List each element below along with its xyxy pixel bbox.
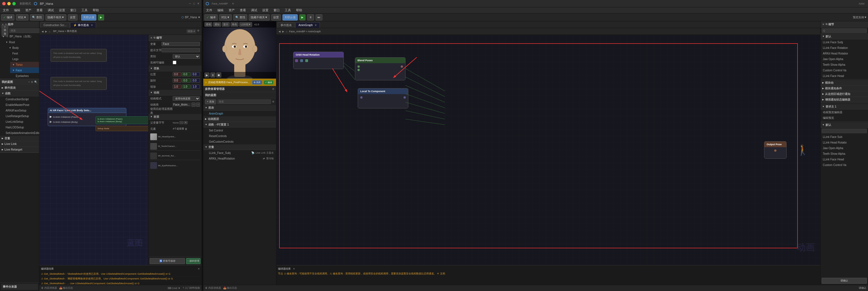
menu-view-right[interactable]: 查看 [239, 7, 247, 13]
set-control-item[interactable]: Set Control [207, 127, 276, 133]
func-construction-item[interactable]: ConstructionScript [3, 96, 39, 102]
ag-nav-forward[interactable]: ▶ [282, 30, 284, 33]
editable-checkbox[interactable] [173, 61, 176, 64]
anim-graph-canvas[interactable]: Orbit Head Rotation [276, 35, 820, 265]
vp-play-btn[interactable]: ▶ [205, 72, 210, 78]
find-btn-left[interactable]: 🔍 查找 [30, 14, 44, 21]
func-live-link-item[interactable]: LiveLinkSetup [3, 119, 39, 124]
compile-btn-right[interactable]: ✓ 编译 [205, 14, 218, 21]
scale-x-input[interactable] [173, 85, 181, 89]
rs-d2-llink-face-head[interactable]: LLink Face Head [820, 156, 868, 162]
rs-search-input[interactable] [822, 28, 867, 33]
menu-help-left[interactable]: 帮助 [92, 7, 100, 13]
menu-tools-right[interactable]: 工具 [284, 7, 292, 13]
find-btn-right[interactable]: 🔍 查找 [234, 14, 247, 21]
legs-item[interactable]: Legs [10, 56, 39, 62]
rs-d2-custom-control[interactable]: Custom Control Va [820, 162, 868, 168]
rs-d2-teeth-show[interactable]: Teeth Show Alpha [820, 151, 868, 156]
menu-view-left[interactable]: 查看 [35, 7, 44, 13]
mat-clear-icon[interactable]: ✕ [184, 121, 188, 124]
torso-item[interactable]: ▼ Torso [10, 62, 39, 67]
anim-graph-item[interactable]: AnimGraph [207, 111, 276, 116]
rs-d2-jaw-open[interactable]: Jaw Open Alpha [820, 145, 868, 151]
rot-x-input[interactable] [173, 78, 181, 83]
vp-perspective-btn[interactable]: 透视 [205, 22, 212, 27]
ak-root-item[interactable]: ▼ Root [3, 39, 39, 45]
inner-node-1[interactable]: Blend Poses [355, 57, 405, 80]
pos-x-input[interactable] [173, 72, 181, 77]
functions-section-right[interactable]: ▼ 函数 - 4可重置 1 [203, 122, 276, 127]
close-details-icon[interactable]: ✕ [150, 36, 153, 39]
tab-construction-scr[interactable]: Construction Scr... [40, 22, 70, 28]
viewport-area[interactable]: 透视 通知 显示 角色 LOD组▼ x1.0 [203, 21, 276, 86]
mat-element-1[interactable]: M_TeethCharact... [149, 142, 202, 151]
log-close-icon[interactable]: ✕ [198, 267, 200, 270]
output-pose-node[interactable]: Output Pose [764, 141, 786, 159]
mat-trash-icon[interactable]: 🗑 [185, 127, 187, 130]
menu-settings-left[interactable]: 设置 [58, 7, 66, 13]
tab-event-graph[interactable]: ⚡ 事件图表 ✕ [70, 22, 96, 28]
pose-manager-settings[interactable]: ⚙ [272, 88, 274, 90]
close-icon[interactable]: ✕ [197, 2, 199, 5]
compile-btn-left[interactable]: ✓ 编译 [1, 14, 14, 21]
maximize-icon[interactable]: □ [193, 2, 195, 5]
nav-forward-icon[interactable]: ▶ [45, 30, 47, 33]
event-delegates-header[interactable]: 事件分发器 [1, 284, 38, 290]
float-details-icon[interactable]: ⧉ [154, 36, 155, 39]
hide-unrelated-btn[interactable]: 隐藏不相关▼ [45, 14, 66, 21]
vp-character-btn[interactable]: 角色 [230, 22, 239, 27]
default-action-btn-right[interactable]: 关联认值 [282, 14, 298, 21]
nav-back-icon[interactable]: ◀ [41, 30, 43, 33]
mat-element-3[interactable]: MI_EyeRefractive... [149, 161, 202, 170]
rs-defaults-section[interactable]: ▼ 默认 [820, 34, 868, 39]
func-live-retarget-item[interactable]: LiveRetargetSetup [3, 113, 39, 119]
vp-show-btn[interactable]: 显示 [222, 22, 230, 27]
bp-search-right-icon[interactable]: ⚙ [272, 100, 274, 103]
vp-notify-btn[interactable]: 通知 [213, 22, 221, 27]
llink-face-subj-item[interactable]: LLink_Face_Subj 📡 Live Link 主题名 [207, 150, 276, 155]
vp-lod-btn[interactable]: LOD组▼ [239, 22, 252, 27]
rot-y-input[interactable] [182, 78, 191, 83]
menu-tools-left[interactable]: 工具 [80, 7, 89, 13]
rs-jaw-open[interactable]: Jaw Open Alpha [820, 56, 868, 62]
func-enable-item[interactable]: EnableMasterPose [3, 102, 39, 108]
menu-edit-right[interactable]: 编辑 [216, 7, 225, 13]
category-select[interactable]: 默认 [173, 54, 200, 59]
tooltip-input[interactable] [161, 48, 200, 52]
pause-btn-right[interactable]: ⏸ [307, 14, 314, 21]
rs-apply-btn[interactable]: 请确认 [822, 278, 867, 284]
bp-search-icon[interactable]: 🔍 [34, 81, 37, 83]
inner-node-2[interactable]: Local To Component [358, 88, 408, 109]
mode-selector-left[interactable]: ⬡ BP_Hana ▼ [181, 16, 200, 19]
max-btn[interactable] [12, 2, 16, 5]
rs-teeth-show[interactable]: Teeth Show Alpha [820, 62, 868, 67]
functions-collapse[interactable]: ▼ 函数 [0, 91, 39, 96]
rs-anim-preview-editor[interactable]: 动画预览编辑器 [820, 110, 868, 115]
graphs-section-right[interactable]: ▼ 图表 [203, 105, 276, 111]
right-title-close[interactable]: ✕ [232, 2, 234, 5]
get-custom-controls-item[interactable]: GetCustomControls [207, 139, 276, 144]
body-item[interactable]: ▼ Body [7, 45, 39, 51]
rs-float-icon[interactable]: ⧉ [826, 23, 827, 26]
settings-btn-left[interactable]: 设置 [68, 14, 78, 21]
menu-debug-left[interactable]: 调试 [46, 7, 55, 13]
func-hair-lod-item[interactable]: HairLODSetup [3, 124, 39, 130]
menu-assets-left[interactable]: 资产 [24, 7, 33, 13]
rs-defaults2-section[interactable]: ▼ 默认 [820, 122, 868, 128]
diff-btn-left[interactable]: 对比▼ [16, 14, 28, 21]
minimize-icon[interactable]: ─ [189, 2, 191, 5]
anim-class-arrow-btn[interactable]: → [196, 103, 200, 107]
menu-window-right[interactable]: 窗口 [272, 7, 281, 13]
orbit-head-node[interactable]: Orbit Head Rotation [293, 52, 344, 69]
bp-settings-icon[interactable]: ⚙ [31, 81, 33, 83]
min-btn[interactable] [7, 2, 11, 5]
func-set-update-item[interactable]: SetUpdateAnimationInEditor [3, 130, 39, 136]
tab-event-graph-right[interactable]: 事件图表 [277, 22, 295, 28]
rs-region-notify-section[interactable]: ▶ 从这些区域进行通知 [820, 91, 868, 97]
live-link-collapse[interactable]: ▶ Live Link [0, 141, 39, 147]
mat-browse-icon[interactable]: ⋯ [180, 121, 183, 124]
rs-llink-face-head[interactable]: LLink Face Head [820, 73, 868, 79]
rs-edit-preview[interactable]: 编辑预览 [820, 115, 868, 121]
scale-z-input[interactable] [191, 85, 200, 89]
ag-nav-back[interactable]: ◀ [279, 30, 281, 33]
